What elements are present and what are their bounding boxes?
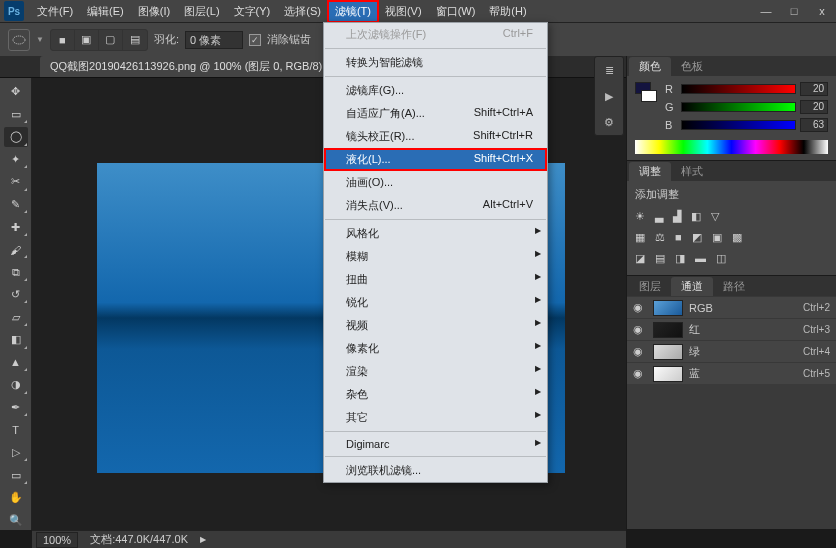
adjust-threshold-icon[interactable]: ◨ (675, 252, 685, 265)
menu-item-l[interactable]: 液化(L)...Shift+Ctrl+X (324, 148, 547, 171)
dodge-tool[interactable]: ◑ (4, 375, 28, 395)
selection-add-button[interactable]: ▣ (75, 30, 99, 50)
menu-select[interactable]: 选择(S) (277, 1, 328, 22)
visibility-eye-icon[interactable]: ◉ (633, 345, 647, 358)
menu-filter[interactable]: 滤镜(T) (328, 1, 378, 22)
menu-item-g[interactable]: 滤镜库(G)... (324, 79, 547, 102)
fg-bg-swatch[interactable] (635, 82, 657, 136)
adjust-vibrance-icon[interactable]: ▽ (711, 210, 719, 223)
channel-row[interactable]: ◉绿Ctrl+4 (627, 340, 836, 362)
adjust-levels-icon[interactable]: ▃ (655, 210, 663, 223)
chevron-down-icon[interactable]: ▼ (36, 35, 44, 44)
channel-row[interactable]: ◉蓝Ctrl+5 (627, 362, 836, 384)
eyedropper-tool[interactable]: ✎ (4, 195, 28, 215)
actions-icon[interactable]: ▶ (600, 87, 618, 105)
pen-tool[interactable]: ✒ (4, 398, 28, 418)
adjust-bw-icon[interactable]: ■ (675, 231, 682, 244)
menu-view[interactable]: 视图(V) (378, 1, 429, 22)
gradient-tool[interactable]: ◧ (4, 330, 28, 350)
healing-tool[interactable]: ✚ (4, 217, 28, 237)
menu-item-[interactable]: 渲染 (324, 360, 547, 383)
crop-tool[interactable]: ✂ (4, 172, 28, 192)
tool-preset-icon[interactable] (8, 29, 30, 51)
history-icon[interactable]: ≣ (600, 61, 618, 79)
doc-info-chevron-icon[interactable]: ▶ (200, 535, 206, 544)
adjust-brightness-icon[interactable]: ☀ (635, 210, 645, 223)
channel-row[interactable]: ◉RGBCtrl+2 (627, 296, 836, 318)
marquee-tool[interactable]: ▭ (4, 105, 28, 125)
menu-item-[interactable]: 锐化 (324, 291, 547, 314)
tab-color[interactable]: 颜色 (629, 57, 671, 76)
close-button[interactable]: x (808, 0, 836, 22)
visibility-eye-icon[interactable]: ◉ (633, 301, 647, 314)
minimize-button[interactable]: — (752, 0, 780, 22)
tab-paths[interactable]: 路径 (713, 277, 755, 296)
document-tab[interactable]: QQ截图20190426113926.png @ 100% (图层 0, RGB… (40, 56, 345, 77)
visibility-eye-icon[interactable]: ◉ (633, 323, 647, 336)
adjust-selective-icon[interactable]: ◫ (716, 252, 726, 265)
g-value[interactable]: 20 (800, 100, 828, 114)
menu-item-[interactable]: 浏览联机滤镜... (324, 459, 547, 482)
tab-styles[interactable]: 样式 (671, 162, 713, 181)
menu-item-[interactable]: 像素化 (324, 337, 547, 360)
menu-layer[interactable]: 图层(L) (177, 1, 226, 22)
properties-icon[interactable]: ⚙ (600, 113, 618, 131)
menu-file[interactable]: 文件(F) (30, 1, 80, 22)
adjust-exposure-icon[interactable]: ◧ (691, 210, 701, 223)
menu-item-a[interactable]: 自适应广角(A)...Shift+Ctrl+A (324, 102, 547, 125)
menu-help[interactable]: 帮助(H) (482, 1, 533, 22)
shape-tool[interactable]: ▭ (4, 465, 28, 485)
menu-item-[interactable]: 其它 (324, 406, 547, 429)
antialias-checkbox[interactable]: ✓ (249, 34, 261, 46)
tab-channels[interactable]: 通道 (671, 277, 713, 296)
hand-tool[interactable]: ✋ (4, 488, 28, 508)
brush-tool[interactable]: 🖌 (4, 240, 28, 260)
maximize-button[interactable]: □ (780, 0, 808, 22)
r-slider[interactable] (681, 84, 796, 94)
tab-adjustments[interactable]: 调整 (629, 162, 671, 181)
zoom-level[interactable]: 100% (36, 532, 78, 548)
stamp-tool[interactable]: ⧉ (4, 262, 28, 282)
adjust-invert-icon[interactable]: ◪ (635, 252, 645, 265)
menu-item-r[interactable]: 镜头校正(R)...Shift+Ctrl+R (324, 125, 547, 148)
adjust-balance-icon[interactable]: ⚖ (655, 231, 665, 244)
move-tool[interactable]: ✥ (4, 82, 28, 102)
menu-image[interactable]: 图像(I) (131, 1, 177, 22)
menu-item-[interactable]: 杂色 (324, 383, 547, 406)
adjust-hue-icon[interactable]: ▦ (635, 231, 645, 244)
b-slider[interactable] (681, 120, 796, 130)
b-value[interactable]: 63 (800, 118, 828, 132)
adjust-photo-filter-icon[interactable]: ◩ (692, 231, 702, 244)
r-value[interactable]: 20 (800, 82, 828, 96)
adjust-gradient-map-icon[interactable]: ▬ (695, 252, 706, 265)
menu-item-digimarc[interactable]: Digimarc (324, 434, 547, 454)
menu-item-v[interactable]: 消失点(V)...Alt+Ctrl+V (324, 194, 547, 217)
menu-type[interactable]: 文字(Y) (227, 1, 278, 22)
selection-new-button[interactable]: ■ (51, 30, 75, 50)
lasso-tool[interactable]: ◯ (4, 127, 28, 147)
adjust-mixer-icon[interactable]: ▣ (712, 231, 722, 244)
visibility-eye-icon[interactable]: ◉ (633, 367, 647, 380)
text-tool[interactable]: T (4, 420, 28, 440)
color-spectrum[interactable] (635, 140, 828, 154)
menu-item-o[interactable]: 油画(O)... (324, 171, 547, 194)
selection-subtract-button[interactable]: ▢ (99, 30, 123, 50)
menu-item-[interactable]: 风格化 (324, 222, 547, 245)
selection-intersect-button[interactable]: ▤ (123, 30, 147, 50)
path-select-tool[interactable]: ▷ (4, 443, 28, 463)
menu-item-[interactable]: 扭曲 (324, 268, 547, 291)
history-brush-tool[interactable]: ↺ (4, 285, 28, 305)
zoom-tool[interactable]: 🔍 (4, 510, 28, 530)
menu-item-[interactable]: 视频 (324, 314, 547, 337)
tab-swatches[interactable]: 色板 (671, 57, 713, 76)
menu-edit[interactable]: 编辑(E) (80, 1, 131, 22)
magic-wand-tool[interactable]: ✦ (4, 150, 28, 170)
adjust-posterize-icon[interactable]: ▤ (655, 252, 665, 265)
menu-window[interactable]: 窗口(W) (429, 1, 483, 22)
eraser-tool[interactable]: ▱ (4, 307, 28, 327)
tab-layers[interactable]: 图层 (629, 277, 671, 296)
feather-input[interactable]: 0 像素 (185, 31, 243, 49)
channel-row[interactable]: ◉红Ctrl+3 (627, 318, 836, 340)
g-slider[interactable] (681, 102, 796, 112)
menu-item-[interactable]: 模糊 (324, 245, 547, 268)
